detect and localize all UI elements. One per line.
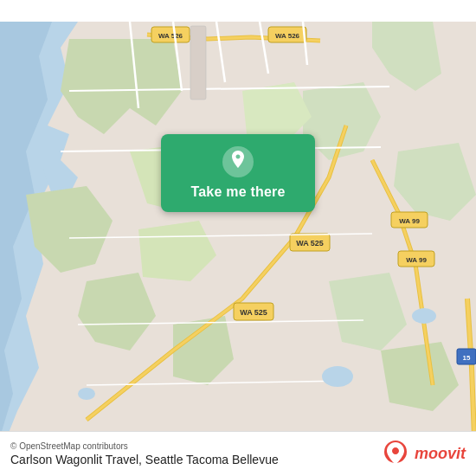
pin-icon — [228, 151, 248, 173]
take-me-there-button[interactable]: Take me there — [161, 134, 315, 212]
svg-text:WA 526: WA 526 — [158, 32, 183, 40]
svg-point-28 — [78, 388, 95, 400]
moovit-logo: moovit — [382, 441, 466, 468]
svg-text:15: 15 — [463, 354, 471, 362]
svg-text:WA 525: WA 525 — [240, 308, 267, 317]
pin-icon-wrap — [222, 146, 254, 177]
location-name: Carlson Wagonlit Travel, Seattle Tacoma … — [10, 453, 279, 466]
cta-button-container: Take me there — [161, 134, 315, 212]
svg-point-26 — [322, 366, 353, 387]
svg-text:WA 526: WA 526 — [275, 32, 300, 40]
cta-label: Take me there — [190, 184, 285, 200]
svg-text:WA 525: WA 525 — [296, 239, 324, 248]
svg-text:WA 99: WA 99 — [399, 217, 420, 225]
attribution-bar: © OpenStreetMap contributors Carlson Wag… — [0, 431, 476, 476]
svg-point-27 — [412, 308, 436, 324]
moovit-brand-icon — [382, 441, 409, 468]
svg-rect-25 — [190, 26, 206, 100]
map-container: WA 525 WA 525 WA 526 WA 526 WA 99 WA 99 … — [0, 0, 476, 476]
osm-attribution: © OpenStreetMap contributors — [10, 441, 279, 451]
map-svg: WA 525 WA 525 WA 526 WA 526 WA 99 WA 99 … — [0, 0, 476, 476]
attribution-left: © OpenStreetMap contributors Carlson Wag… — [10, 441, 279, 466]
svg-text:WA 99: WA 99 — [406, 256, 427, 264]
moovit-text: moovit — [415, 445, 466, 463]
